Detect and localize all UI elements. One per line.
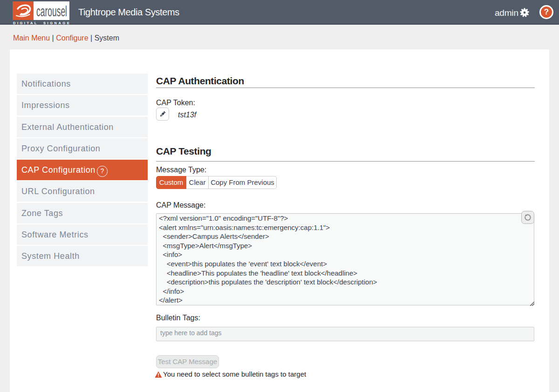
svg-text:carousel: carousel (36, 3, 67, 20)
